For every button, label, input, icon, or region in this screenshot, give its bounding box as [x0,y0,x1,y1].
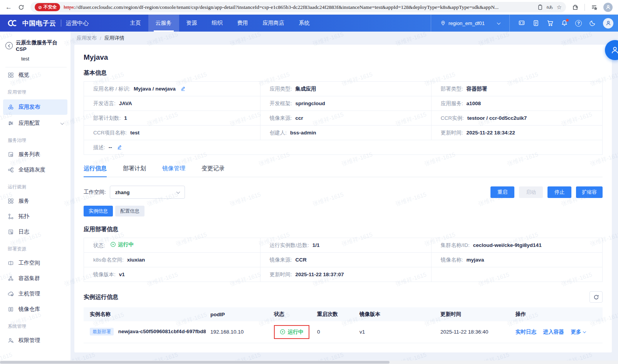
cell-deploy-plan-count: 部署计划数:1 [84,111,260,126]
menu-item-cloud-services[interactable]: 云服务 [148,15,179,32]
clipboard-icon[interactable] [537,4,543,10]
dark-mode-moon-icon[interactable] [589,20,596,27]
breadcrumb-parent[interactable]: 应用发布 [77,35,97,42]
sidebar-group-deploy-resources: 部署资源 [0,240,71,255]
struck-https: https [64,4,74,10]
start-button[interactable]: 启动 [519,186,543,198]
cell-status: 状态: 运行中 [84,238,260,253]
read-aloud-icon[interactable]: aあ [546,4,553,10]
cloudhost-icon [8,291,14,297]
scrollbar-thumb[interactable] [0,361,390,364]
detail-tabs: 运行信息 部署计划 镜像管理 变更记录 [84,165,603,177]
permission-icon [8,337,14,344]
sidebar-item-logs[interactable]: 日志 [0,224,71,240]
col-status: 状态 [269,307,312,321]
route-icon [8,167,14,173]
sidebar-item-label: 全链路灰度 [18,166,45,173]
latest-deploy-badge: 最新部署 [90,328,114,335]
restart-button[interactable]: 重启 [490,186,514,198]
sidebar-group-app-management: 应用管理 [0,83,71,99]
sidebar-item-full-link-gray[interactable]: 全链路灰度 [0,162,71,178]
menu-item-organization[interactable]: 组织 [205,15,230,32]
cell-deploy-type: 部署类型:容器部署 [431,82,602,96]
cec-logo-icon [7,19,18,27]
menu-item-resources[interactable]: 资源 [179,15,205,32]
cluster-icon [8,275,14,282]
tab-change-log[interactable]: 变更记录 [202,165,225,177]
browser-profile-avatar[interactable] [603,3,613,12]
sidebar-item-topology[interactable]: 拓扑 [0,209,71,224]
cell-image-source2: 镜像来源:CCR [260,253,431,267]
console-screen-icon[interactable] [518,20,525,27]
sidebar-subtitle: test [5,52,67,67]
sidebar-item-host-management[interactable]: 主机管理 [0,286,71,302]
bookmark-star-icon[interactable]: ☆ [557,4,562,11]
document-icon[interactable] [532,20,539,27]
bell-icon[interactable] [561,20,568,27]
cell-update-time: 更新时间:2025-11-22 18:34:22 [431,126,602,140]
blocked-icon: ⊘ [38,5,42,10]
menu-item-system[interactable]: 系统 [292,15,317,32]
cart-icon[interactable] [547,20,554,27]
sidebar-group-system-management: 系统管理 [0,317,71,333]
help-icon[interactable]: ? [575,20,582,27]
sidebar-item-permission-management[interactable]: 权限管理 [0,333,71,348]
enter-container-link[interactable]: 进入容器 [543,329,564,335]
tab-deploy-plan[interactable]: 部署计划 [123,165,146,177]
view-toggle: 实例信息 配置信息 [84,206,603,216]
user-avatar[interactable] [603,18,613,29]
address-bar[interactable]: ⊘ 不安全 https://dfuser.cecloudsc.com/regio… [30,2,566,12]
stop-button[interactable]: 停止 [547,186,571,198]
scale-button[interactable]: 扩缩容 [576,186,603,198]
menu-item-billing[interactable]: 费用 [230,15,255,32]
location-pin-icon [440,20,446,26]
cell-pod-ip: 192.168.10.10 [206,321,269,343]
workspace-select[interactable]: zhang [110,186,185,199]
realtime-log-link[interactable]: 实时日志 [516,329,536,335]
brand-divider [61,20,61,27]
sidebar-item-workspace[interactable]: 工作空间 [0,255,71,271]
toggle-instance-info[interactable]: 实例信息 [84,206,113,216]
cell-instance-name: 最新部署 newjava-c50f5096081cbf4d-697fbd86c5… [84,321,206,343]
back-icon[interactable]: ← [5,4,12,10]
sidebar-item-image-registry[interactable]: 镜像仓库 [0,302,71,317]
not-secure-badge[interactable]: ⊘ 不安全 [35,3,60,11]
sidebar-item-app-config[interactable]: 应用配置 [0,116,71,131]
play-circle-icon [110,242,116,247]
cell-app-name: 应用名称 / 标识:Myjava / newjava [84,82,260,96]
topology-icon [8,213,14,220]
table-row: 最新部署 newjava-c50f5096081cbf4d-697fbd86c5… [84,321,603,343]
sidebar-item-label: 概览 [18,72,29,79]
refresh-icon[interactable] [18,4,24,10]
brand-logo-block[interactable]: 中国电子云 运营中心 [7,19,89,28]
instances-table: 实例名称 podIP 状态 重启次数 镜像版本 更新时间 操作 最新部署 new… [84,307,603,343]
toggle-config-info[interactable]: 配置信息 [115,206,144,216]
sidebar-item-services[interactable]: 服务 [0,193,71,209]
favorites-bar-icon[interactable] [591,4,597,10]
sidebar-item-label: 应用发布 [18,104,40,111]
table-refresh-button[interactable] [589,291,603,303]
menu-item-app-store[interactable]: 应用商店 [255,15,292,32]
region-selector[interactable]: region_em_df01 [431,15,510,32]
menu-item-home[interactable]: 主页 [123,15,148,32]
horizontal-scrollbar [0,361,618,364]
more-actions-link[interactable]: 更多 [571,329,586,335]
sidebar-item-label: 镜像仓库 [18,306,40,313]
edit-icon[interactable] [180,86,186,91]
hextrio-icon [8,104,14,110]
extensions-icon[interactable] [572,4,578,10]
sidebar-item-app-release[interactable]: 应用发布 [3,99,67,115]
cell-description: 描述:-- [84,140,603,155]
sidebar-item-service-list[interactable]: 服务列表 [0,147,71,162]
breadcrumb-current: 应用详情 [104,35,124,42]
sidebar-item-overview[interactable]: 概览 [0,67,71,83]
page-title: Myjava [84,53,603,62]
edit-icon[interactable] [117,144,122,150]
tab-runtime-info[interactable]: 运行信息 [84,165,107,177]
sidebar-item-container-cluster[interactable]: 容器集群 [0,271,71,286]
tab-image-management[interactable]: 镜像管理 [162,165,185,177]
cell-app-type: 应用类型:集成应用 [260,82,431,96]
collapse-back-icon[interactable] [5,42,13,49]
sidebar-item-label: 日志 [18,228,29,235]
sidebar-item-label: 权限管理 [18,337,40,344]
